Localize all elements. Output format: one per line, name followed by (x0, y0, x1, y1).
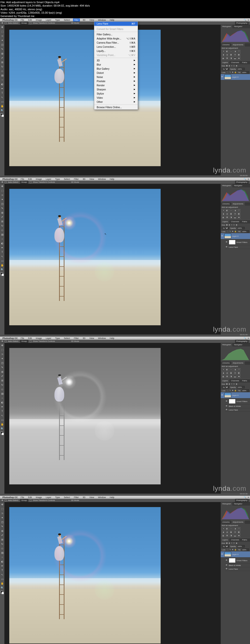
vibrance-icon[interactable]: ▽ (237, 50, 240, 53)
filter-smart-icon[interactable]: ◉ (236, 65, 237, 67)
stamp-tool[interactable]: ⊞ (0, 219, 4, 223)
workspace-dropdown[interactable]: Photography (235, 340, 248, 343)
adjustments-tab[interactable]: Adjustments (231, 520, 245, 524)
menu-edit[interactable]: Edit (27, 18, 33, 22)
sf-mask-thumb[interactable] (229, 240, 235, 245)
menu-extras-icon[interactable]: ≡ (248, 496, 249, 498)
threshold-icon[interactable]: ◨ (229, 375, 233, 378)
levels-icon[interactable]: ◧ (226, 50, 229, 53)
lasso-tool[interactable]: ⊃ (0, 352, 4, 356)
background-color[interactable] (2, 114, 4, 117)
invert-icon[interactable]: ⬓ (222, 534, 225, 537)
photo-filter-icon[interactable]: ▣ (229, 53, 233, 56)
channels-tab[interactable]: Channels (229, 379, 241, 382)
filter-pixel-icon[interactable]: ▣ (226, 542, 228, 544)
stamp-tool[interactable]: ⊞ (0, 378, 4, 382)
brightness-icon[interactable]: ☀ (222, 209, 225, 212)
menu-3d[interactable]: 3D (82, 337, 87, 340)
path-tool[interactable]: ↖ (0, 95, 4, 99)
histogram-tab[interactable]: Histogram (221, 184, 232, 188)
menu-edit[interactable]: Edit (27, 496, 33, 499)
lock-trans-icon[interactable]: ⬚ (227, 230, 228, 232)
lock-pos-icon[interactable]: ✥ (232, 72, 233, 73)
search-icon[interactable]: 🔍 (244, 496, 246, 498)
selective-color-icon[interactable]: ◆ (237, 534, 240, 537)
lock-pixel-icon[interactable]: ✎ (229, 230, 231, 232)
move-tool[interactable]: ✥ (0, 343, 4, 347)
visibility-icon[interactable]: 👁 (221, 553, 224, 556)
layer-thumb[interactable] (224, 393, 231, 398)
filter-shape-icon[interactable]: ▢ (233, 65, 235, 67)
shape-tool[interactable]: ▭ (0, 100, 4, 104)
opacity-input[interactable] (237, 227, 245, 229)
layer-row[interactable]: 👁Layer 0 (221, 233, 250, 239)
paths-tab[interactable]: Paths (241, 61, 248, 64)
filter-smart-icon[interactable]: ◉ (236, 383, 237, 385)
eraser-tool[interactable]: ◇ (0, 69, 4, 73)
marquee-tool[interactable]: ⬚ (0, 348, 4, 352)
bw-icon[interactable]: ◐ (226, 53, 229, 56)
gradient-map-icon[interactable]: ▬ (233, 57, 236, 60)
menu-file[interactable]: File (20, 18, 25, 22)
text-tool[interactable]: T (0, 250, 4, 254)
exposure-icon[interactable]: ◑ (233, 527, 236, 530)
auto-select-dropdown[interactable]: Group (20, 180, 28, 184)
vibrance-icon[interactable]: ▽ (237, 368, 240, 371)
layers-tab[interactable]: Layers (221, 220, 229, 224)
menu-image[interactable]: Image (35, 18, 43, 22)
crop-tool[interactable]: ◫ (0, 520, 4, 524)
selective-color-icon[interactable]: ◆ (237, 216, 240, 219)
lens-flare-filter-row[interactable]: 👁Lens Flare (225, 245, 250, 249)
history-tool[interactable]: ↻ (0, 224, 4, 228)
eraser-tool[interactable]: ◇ (0, 546, 4, 550)
path-tool[interactable]: ↖ (0, 572, 4, 576)
brightness-icon[interactable]: ☀ (222, 50, 225, 53)
heal-tool[interactable]: ◍ (0, 370, 4, 374)
smart-filters-row[interactable]: 👁Smart Filters (225, 239, 250, 245)
menu-select[interactable]: Select (63, 496, 71, 499)
move-tool-icon[interactable]: ✥ (2, 499, 3, 502)
move-tool-icon[interactable]: ✥ (2, 340, 3, 342)
search-icon[interactable]: 🔍 (244, 178, 246, 180)
visibility-icon[interactable]: 👁 (226, 559, 228, 562)
navigator-tab[interactable]: Navigator (232, 25, 244, 28)
eraser-tool[interactable]: ◇ (0, 228, 4, 232)
marquee-tool[interactable]: ⬚ (0, 30, 4, 34)
hand-tool[interactable]: ✋ (0, 422, 4, 426)
menu-help[interactable]: Help (109, 18, 115, 22)
channel-mixer-icon[interactable]: ⊞ (233, 53, 236, 56)
filter-sub-render[interactable]: Render▶ (94, 83, 138, 88)
visibility-icon[interactable]: 👁 (221, 76, 224, 78)
menu-help[interactable]: Help (109, 496, 115, 499)
visibility-icon[interactable]: 👁 (226, 400, 228, 402)
show-transform-checkbox[interactable] (30, 181, 32, 183)
visibility-icon[interactable]: 👁 (221, 235, 224, 237)
gradient-map-icon[interactable]: ▬ (233, 216, 236, 219)
selective-color-icon[interactable]: ◆ (237, 57, 240, 60)
menu-file[interactable]: File (20, 337, 25, 340)
menu-image[interactable]: Image (35, 178, 43, 180)
layer-row[interactable]: 👁Layer 0 (221, 552, 250, 558)
menu-help[interactable]: Help (109, 337, 115, 340)
filter-sub-blur[interactable]: Blur▶ (94, 62, 138, 67)
hue-icon[interactable]: ◉ (222, 372, 225, 374)
hand-tool[interactable]: ✋ (0, 263, 4, 267)
posterize-icon[interactable]: ▤ (226, 534, 229, 537)
selective-color-icon[interactable]: ◆ (237, 375, 240, 378)
channel-mixer-icon[interactable]: ⊞ (233, 531, 236, 534)
exposure-icon[interactable]: ◑ (233, 50, 236, 53)
filter-pixel-icon[interactable]: ▣ (226, 383, 228, 385)
auto-select-dropdown[interactable]: Group (20, 22, 28, 24)
libraries-tab[interactable]: Libraries (221, 520, 231, 524)
layer-thumb[interactable] (224, 234, 231, 238)
app-name[interactable]: Photoshop CC (3, 496, 18, 498)
lock-trans-icon[interactable]: ⬚ (227, 72, 228, 73)
filter-sub-blurgallery[interactable]: Blur Gallery▶ (94, 67, 138, 71)
visibility-icon[interactable]: 👁 (221, 394, 224, 396)
stamp-tool[interactable]: ⊞ (0, 60, 4, 64)
navigator-tab[interactable]: Navigator (232, 502, 244, 506)
filter-sub-3d[interactable]: 3D▶ (94, 58, 138, 62)
paths-tab[interactable]: Paths (241, 220, 248, 224)
menu-select[interactable]: Select (63, 337, 71, 340)
histogram-tab[interactable]: Histogram (221, 25, 232, 28)
